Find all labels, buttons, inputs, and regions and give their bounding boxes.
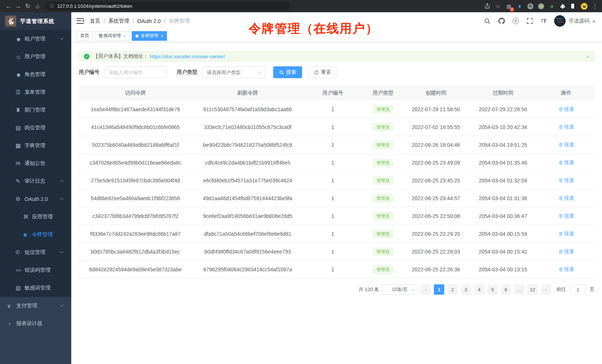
sidebar-item-user[interactable]: ☺ 用户管理: [0, 48, 71, 66]
sidebar-item-notice[interactable]: ✉ 通知公告: [0, 155, 71, 172]
page-button[interactable]: 6: [501, 284, 511, 295]
browser-menu-icon[interactable]: ⋮: [592, 3, 598, 10]
page-button[interactable]: 12: [527, 284, 538, 295]
sidebar-item-error-code[interactable]: </> 错误码管理: [0, 261, 71, 279]
fullscreen-icon[interactable]: [526, 17, 533, 25]
force-logout-button[interactable]: 强退: [559, 213, 574, 219]
force-logout-button[interactable]: 强退: [559, 142, 574, 148]
sidebar-item-tenant[interactable]: ☻ 租户管理: [0, 30, 71, 48]
force-logout-button[interactable]: 强退: [559, 177, 574, 184]
sidebar-item-menu[interactable]: ☰ 菜单管理: [0, 83, 71, 101]
extension-tabgrid-icon[interactable]: ▦ 9: [506, 3, 512, 10]
breadcrumb-home[interactable]: 首页: [90, 18, 100, 24]
next-page-button[interactable]: ›: [541, 284, 551, 295]
table-row: 54d6be82ee5a460a9aedc1f9bf223656 49d1aa4…: [79, 189, 595, 207]
sidebar-item-dict[interactable]: ▦ 字典管理: [0, 137, 71, 155]
profile-avatar-icon[interactable]: [581, 3, 588, 10]
goto-page-input[interactable]: [570, 284, 585, 295]
extensions-puzzle-icon[interactable]: [559, 3, 566, 10]
user-type-badge: 管理员: [373, 265, 393, 274]
extension-record-icon[interactable]: [538, 3, 544, 10]
table-row: c347026e805e4d99b0d116eae66eda8c cdfc4ce…: [79, 154, 595, 172]
chevron-down-icon: [60, 250, 64, 254]
sidebar-item-audit-log[interactable]: ✎ 审计日志: [0, 172, 71, 190]
force-logout-button[interactable]: 强退: [559, 106, 574, 113]
font-size-icon[interactable]: TT: [540, 17, 547, 25]
tab-token-manage[interactable]: 令牌管理 ×: [132, 31, 167, 41]
sidebar-item-sms[interactable]: ✆ 短信管理: [0, 244, 71, 261]
sidebar-item-post[interactable]: ▤ 岗位管理: [0, 119, 71, 137]
extension-contrast-icon[interactable]: [570, 3, 577, 10]
page-button[interactable]: 3: [461, 284, 471, 295]
extension-gem-icon[interactable]: ♦: [516, 3, 523, 10]
page-button[interactable]: 2: [447, 284, 458, 295]
github-icon[interactable]: [498, 17, 505, 25]
browser-reload-icon[interactable]: ↻: [23, 1, 33, 11]
sidebar-toggle-icon[interactable]: [76, 18, 84, 24]
page-button[interactable]: 4: [474, 284, 484, 295]
sidebar-item-report-designer[interactable]: ◔ 报表设计器: [0, 315, 71, 332]
sidebar-item-oauth[interactable]: ⚙ OAuth 2.0: [0, 190, 71, 208]
extension-command-icon[interactable]: ⌘: [527, 3, 534, 10]
extension-star-icon[interactable]: ★: [549, 3, 555, 10]
sidebar-item-payment[interactable]: ¥ 支付管理: [0, 297, 71, 315]
app-header: 首页 / 系统管理 / OAuth 2.0 / 令牌管理 ? TT: [71, 12, 602, 30]
breadcrumb: 首页 / 系统管理 / OAuth 2.0 / 令牌管理: [90, 18, 190, 24]
share-icon[interactable]: [484, 3, 491, 10]
error-code-icon: </>: [16, 268, 24, 272]
force-logout-button[interactable]: 强退: [559, 124, 574, 130]
breadcrumb-current: 令牌管理: [169, 18, 190, 24]
oauth-robot-icon: ⚙: [16, 196, 24, 202]
tab-sensitive-word[interactable]: 敏感词管理 ×: [95, 31, 130, 41]
browser-forward-icon[interactable]: →: [13, 1, 23, 11]
force-logout-button[interactable]: 强退: [559, 195, 574, 202]
bookmark-star-icon[interactable]: ☆: [495, 3, 501, 10]
force-logout-button[interactable]: 强退: [559, 248, 574, 255]
browser-toolbar: ← → ↻ ⌂ ⓘ 127.0.0.1:1024/system/oauth2/t…: [0, 0, 602, 12]
force-logout-button[interactable]: 强退: [559, 159, 574, 166]
table-row: 41c41346a548490f9dc8b01c6bfe0865 333ecfc…: [79, 118, 595, 136]
user-type-badge: 管理员: [373, 141, 393, 149]
browser-back-icon[interactable]: ←: [4, 1, 13, 11]
sidebar-item-role[interactable]: ☻ 角色管理: [0, 66, 71, 83]
help-icon[interactable]: ?: [512, 17, 519, 25]
close-icon[interactable]: ×: [586, 53, 589, 60]
breadcrumb-oauth[interactable]: OAuth 2.0: [137, 18, 161, 24]
app-logo[interactable]: 芋道管理系统: [0, 12, 71, 30]
active-dot: [135, 34, 138, 37]
site-info-icon[interactable]: ⓘ: [50, 3, 54, 9]
search-button[interactable]: 搜索: [273, 66, 302, 78]
page-button[interactable]: 1: [434, 284, 444, 295]
browser-address-bar[interactable]: ⓘ 127.0.0.1:1024/system/oauth2/token: [45, 2, 290, 10]
search-icon[interactable]: [484, 17, 491, 25]
page-size-select[interactable]: 10条/页: [382, 284, 418, 295]
page-ellipsis[interactable]: ...: [514, 284, 524, 295]
user-type-select[interactable]: [202, 66, 265, 78]
force-logout-button[interactable]: 强退: [559, 266, 574, 273]
sidebar-item-token-manage[interactable]: ◈ 令牌管理: [0, 226, 71, 244]
prev-page-button[interactable]: ‹: [421, 284, 431, 295]
close-icon[interactable]: ×: [123, 33, 126, 39]
total-count: 共 120 条: [359, 286, 379, 293]
sidebar-item-app-manage[interactable]: ⌘ 应用管理: [0, 208, 71, 226]
user-id-input[interactable]: [104, 66, 167, 78]
reset-button[interactable]: 重置: [308, 66, 337, 78]
doc-link[interactable]: https://doc.iocoder.cn/user-center/: [150, 54, 225, 59]
chevron-down-icon: [60, 179, 64, 182]
browser-home-icon[interactable]: ⌂: [33, 1, 42, 11]
force-logout-button[interactable]: 强退: [559, 231, 574, 237]
url-text: 127.0.0.1:1024/system/oauth2/token: [57, 4, 132, 9]
user-type-badge: 管理员: [373, 105, 393, 113]
tab-home[interactable]: 首页: [76, 31, 93, 41]
breadcrumb-system[interactable]: 系统管理: [108, 18, 129, 24]
page-button[interactable]: 5: [487, 284, 498, 295]
user-icon: ☺: [16, 54, 24, 60]
sidebar-item-dept[interactable]: ♜ 部门管理: [0, 101, 71, 119]
close-icon[interactable]: ×: [161, 33, 163, 39]
sidebar-item-sensitive-word[interactable]: ▥ 敏感词管理: [0, 279, 71, 297]
role-icon: ☻: [16, 72, 24, 78]
chevron-down-icon: [60, 36, 64, 40]
users-icon: ☻: [16, 36, 24, 42]
success-check-icon: ✓: [84, 54, 89, 59]
user-menu[interactable]: 芋道源码: [554, 15, 595, 27]
